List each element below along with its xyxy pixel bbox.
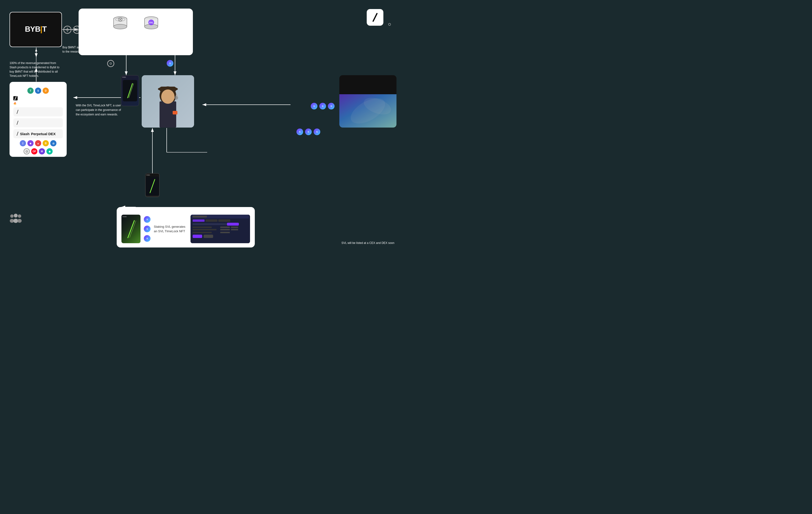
svg-rect-89 xyxy=(204,235,213,238)
slash-dex-item: ⧸ Slash Perpetual DEX xyxy=(13,129,63,138)
svg-rect-81 xyxy=(193,229,216,230)
matic-icon: ◆ xyxy=(27,140,34,146)
svg-point-63 xyxy=(176,94,178,96)
svg-text:SVL: SVL xyxy=(149,22,153,24)
operated-by: ⬡ xyxy=(387,23,392,26)
reward-pool-box: SVL xyxy=(79,8,193,55)
svg-point-92 xyxy=(14,214,18,217)
community-icon-svg xyxy=(9,213,22,224)
stake-svl-dots: S S S xyxy=(296,128,320,135)
buy-svl-dots: S S S xyxy=(311,103,335,110)
svg-rect-85 xyxy=(231,229,238,230)
reward-pool-icons: SVL xyxy=(84,16,187,31)
svg-rect-64 xyxy=(173,111,177,115)
extra1-icon: ◎ xyxy=(50,140,56,146)
staking-svl-1: S xyxy=(144,216,150,223)
svg-point-95 xyxy=(18,219,22,223)
svg-point-35 xyxy=(114,24,127,29)
svg-point-49 xyxy=(110,63,111,64)
treasury-box: T $ D 🔥 ⧸ ⧸ ⧸ Slash Perpetual DEX Ξ ◆ ▲ … xyxy=(9,82,67,157)
top-token-row: T $ D xyxy=(13,88,63,94)
branding-section: ⬡ xyxy=(367,8,392,26)
svg-rect-74 xyxy=(193,216,207,217)
with-svl-text: With the SVL TimeLock NFT, a user can pa… xyxy=(76,103,123,117)
staking-nft-card: 998K xyxy=(121,215,141,243)
bottom-token-row-2: ⬡ OP M ◉ xyxy=(13,148,63,154)
svl-reward-icon: S xyxy=(167,60,173,67)
stake-dot-3: S xyxy=(314,128,320,135)
svg-point-16 xyxy=(66,29,68,31)
staking-desc: Staking SVL generates an SVL TImeLock NF… xyxy=(154,224,187,234)
staking-screenshot xyxy=(191,215,250,243)
stake-dot-2: S xyxy=(305,128,312,135)
svg-rect-82 xyxy=(220,226,230,228)
bybit-logo: BYB|T xyxy=(25,25,47,34)
staking-box: 998K S S S Staking SVL generates an SVL … xyxy=(117,207,255,247)
mnt-icon: M xyxy=(39,148,45,154)
pool-item-1 xyxy=(112,16,128,31)
staking-nft-label: 998K xyxy=(121,215,141,219)
svl-dot-1: S xyxy=(311,103,317,110)
pool-item-2: SVL xyxy=(143,16,160,31)
avax-icon: ▲ xyxy=(35,140,41,146)
svg-line-71 xyxy=(129,220,136,238)
cex-dex-box xyxy=(339,75,397,127)
svg-point-94 xyxy=(18,214,21,218)
eth-icon: Ξ xyxy=(20,140,26,146)
svg-rect-83 xyxy=(220,229,230,230)
usdt-icon: T xyxy=(27,88,34,94)
svg-line-70 xyxy=(128,220,134,238)
user-section xyxy=(142,75,194,129)
nft-timelock-label: 998K xyxy=(145,174,159,177)
dai-icon: D xyxy=(42,88,49,94)
slash-logo xyxy=(367,9,383,26)
cex-bg xyxy=(339,94,397,127)
bnb-icon: B xyxy=(42,140,49,146)
svg-point-62 xyxy=(174,96,178,100)
buy-mnt-text: Buy $MNT and transfer itto the reward po… xyxy=(62,45,94,54)
svg-point-61 xyxy=(161,89,175,104)
community-section xyxy=(9,213,68,224)
svg-rect-77 xyxy=(219,219,230,222)
svg-point-21 xyxy=(76,29,78,31)
svg-rect-75 xyxy=(193,219,205,222)
svl-reward-section: S xyxy=(167,60,175,67)
fireblocks-badge: 🔥 xyxy=(13,102,63,105)
usdc-icon: $ xyxy=(35,88,41,94)
mantle-token-icon: ⬡ xyxy=(24,148,30,154)
ecosystem-title xyxy=(387,8,392,22)
svl-dot-2: S xyxy=(319,103,326,110)
nft-998k-label: 998K xyxy=(122,77,126,78)
gear-circle-1 xyxy=(63,26,71,34)
staking-content: 998K S S S Staking SVL generates an SVL … xyxy=(121,215,250,243)
user-portrait xyxy=(142,75,194,127)
cex-svl-note: SVL will be listed at a CEX and DEX soon xyxy=(339,241,397,245)
svg-rect-79 xyxy=(227,223,239,225)
stake-dot-1: S xyxy=(296,128,303,135)
bybit-box: BYB|T xyxy=(9,12,62,47)
treasury-header xyxy=(13,96,63,100)
svg-rect-80 xyxy=(193,226,212,228)
svg-rect-87 xyxy=(220,232,230,233)
branding-text: ⬡ xyxy=(387,8,392,26)
svg-point-90 xyxy=(10,214,13,218)
op-icon: OP xyxy=(31,148,37,154)
staking-svl-2: S xyxy=(144,225,150,232)
staking-svl-3: S xyxy=(144,235,150,242)
bottom-token-row: Ξ ◆ ▲ B ◎ xyxy=(13,140,63,146)
svg-rect-86 xyxy=(193,232,212,233)
extra2-icon: ◉ xyxy=(47,148,53,154)
svg-rect-76 xyxy=(205,219,218,222)
slash-card-item: ⧸ xyxy=(13,118,63,127)
mnt-gear xyxy=(107,60,114,67)
svg-rect-88 xyxy=(193,235,202,238)
mnt-reward-section xyxy=(107,60,116,67)
nft-card-small: 998K xyxy=(121,75,139,106)
mantle-logo: ⬡ xyxy=(388,23,392,26)
nft-timelock-vertical: 998K xyxy=(145,173,160,197)
staking-svl-dots: S S S xyxy=(144,216,150,242)
slash-payment-item: ⧸ xyxy=(13,107,63,116)
svg-rect-84 xyxy=(231,226,238,228)
svl-dot-3: S xyxy=(328,103,335,110)
revenue-text: 100% of the revenue generated from Slash… xyxy=(9,61,62,78)
